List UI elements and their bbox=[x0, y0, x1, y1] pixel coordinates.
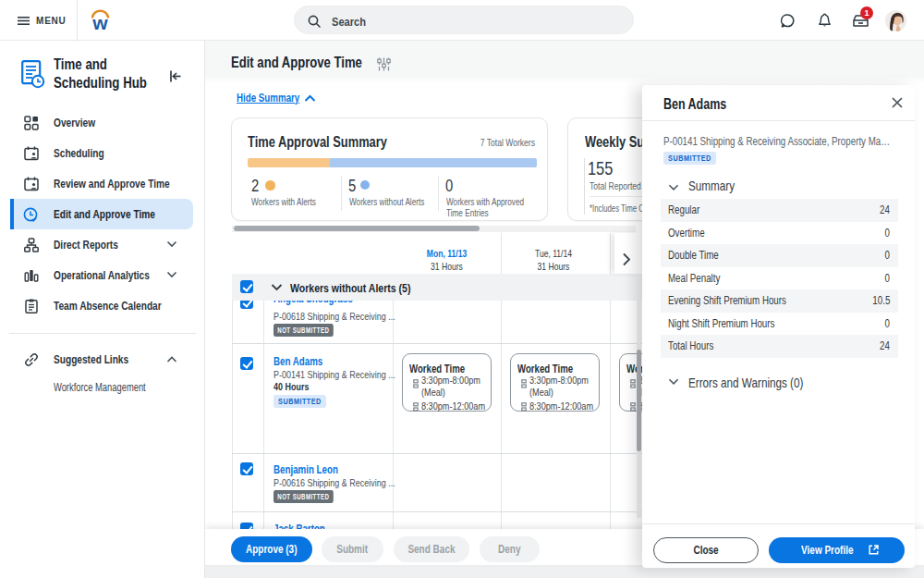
svg-text:w: w bbox=[91, 12, 108, 31]
